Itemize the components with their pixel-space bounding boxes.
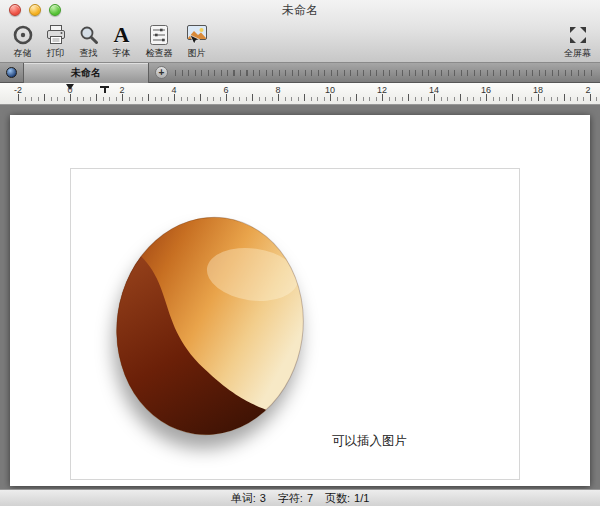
ruler[interactable]: -2 0 2 4 6 8 10 12 14 16 18 2 (0, 83, 600, 105)
ruler-label: 18 (533, 85, 543, 95)
inspector-button[interactable]: 检查器 (138, 21, 180, 61)
ruler-label: 10 (325, 85, 335, 95)
print-label: 打印 (47, 47, 65, 60)
words-label: 单词: (231, 491, 256, 506)
caption-text[interactable]: 可以插入图片 (332, 433, 407, 450)
save-label: 存储 (14, 47, 32, 60)
tab-stop-marker[interactable] (100, 86, 109, 94)
print-button[interactable]: 打印 (39, 21, 72, 61)
close-button[interactable] (9, 4, 21, 16)
tab-untitled[interactable]: 未命名 (23, 63, 149, 83)
ruler-label: 2 (585, 85, 590, 95)
fullscreen-label: 全屏幕 (564, 47, 591, 60)
tab-bar: 未命名 + (0, 63, 600, 83)
fullscreen-button[interactable]: 全屏幕 (561, 21, 594, 61)
save-icon (12, 22, 34, 47)
toolbar: 存储 打印 (0, 20, 600, 62)
find-button[interactable]: 查找 (72, 21, 105, 61)
font-label: 字体 (113, 47, 131, 60)
app-window: 未命名 存储 (0, 0, 600, 506)
ruler-label: 6 (223, 85, 228, 95)
title-bar[interactable]: 未命名 (0, 0, 600, 20)
pages-label: 页数: (325, 491, 350, 506)
ruler-label: 16 (481, 85, 491, 95)
magnifier-icon (78, 22, 100, 47)
picture-button[interactable]: 图片 (180, 21, 213, 61)
picture-label: 图片 (188, 47, 206, 60)
coffee-bean-image[interactable] (110, 211, 310, 441)
tab-label: 未命名 (71, 67, 101, 78)
document-orb-icon (6, 67, 17, 78)
chars-value: 7 (307, 492, 313, 504)
font-a-glyph: A (114, 23, 130, 47)
indent-marker[interactable] (66, 84, 74, 90)
ruler-label: 4 (171, 85, 176, 95)
print-icon (44, 22, 68, 47)
fullscreen-arrows-icon (568, 22, 588, 47)
add-tab-button[interactable]: + (155, 66, 168, 79)
ruler-label: 8 (275, 85, 280, 95)
ruler-label: -2 (14, 85, 22, 95)
inspector-icon (149, 22, 169, 47)
inspector-label: 检查器 (146, 47, 173, 60)
add-tab-plus: + (159, 67, 165, 78)
picture-icon (185, 22, 209, 47)
minimize-button[interactable] (29, 4, 41, 16)
zoom-button[interactable] (49, 4, 61, 16)
window-title: 未命名 (282, 2, 318, 19)
ruler-label: 2 (119, 85, 124, 95)
ruler-label: 14 (429, 85, 439, 95)
chars-label: 字符: (278, 491, 303, 506)
traffic-lights (9, 4, 61, 16)
find-label: 查找 (80, 47, 98, 60)
font-a-icon: A (114, 22, 130, 47)
ruler-label: 12 (377, 85, 387, 95)
font-button[interactable]: A 字体 (105, 21, 138, 61)
words-value: 3 (260, 492, 266, 504)
status-bar: 单词: 3 字符: 7 页数: 1/1 (0, 489, 600, 506)
window-header: 未命名 存储 (0, 0, 600, 63)
pages-value: 1/1 (354, 492, 369, 504)
page[interactable]: 可以插入图片 (10, 115, 590, 486)
save-button[interactable]: 存储 (6, 21, 39, 61)
ruler-major-ticks (18, 94, 598, 101)
document-area: 可以插入图片 (0, 105, 600, 489)
